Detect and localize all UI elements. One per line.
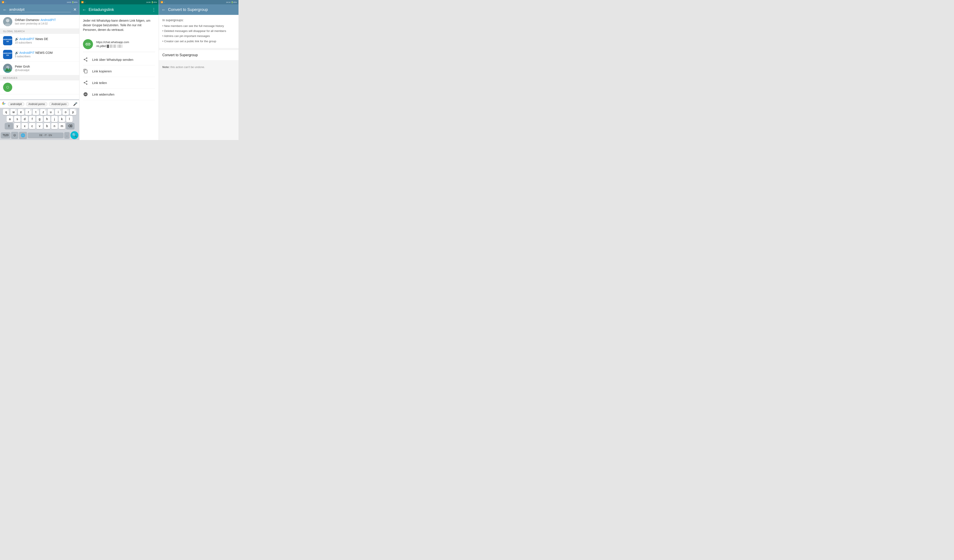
key-t[interactable]: 5t bbox=[33, 109, 39, 115]
contact-name-peter: Peter Groh bbox=[15, 65, 76, 68]
back-button-panel3[interactable]: ← bbox=[162, 7, 166, 12]
status-bar-left-panel1: 📶 ··· bbox=[2, 1, 6, 3]
key-i[interactable]: 8i bbox=[55, 109, 61, 115]
channel-info-com: 🔊 AndroidPIT NEWS COM 5 subscribers bbox=[15, 51, 76, 58]
back-button-panel1[interactable]: ← bbox=[3, 7, 7, 12]
avatar-androidpit-de: ANDROIDPIT DE bbox=[3, 36, 12, 45]
key-s[interactable]: s bbox=[14, 116, 20, 122]
key-period[interactable]: . bbox=[64, 132, 70, 138]
key-l[interactable]: l bbox=[66, 116, 73, 122]
key-k[interactable]: k bbox=[59, 116, 65, 122]
key-g[interactable]: g bbox=[36, 116, 43, 122]
channel-item-androidpit-com[interactable]: ANDROIDPIT EN 🔊 AndroidPIT NEWS COM 5 su… bbox=[0, 48, 79, 61]
action-revoke-link[interactable]: Link widerrufen bbox=[83, 89, 155, 100]
battery-panel2: 🔋65% bbox=[151, 1, 157, 3]
channel-item-androidpit-de[interactable]: ANDROIDPIT DE 🔊 AndroidPIT News DE 10 su… bbox=[0, 34, 79, 48]
key-y[interactable]: y bbox=[14, 123, 20, 129]
supergroup-info-heading: In supergroups: bbox=[162, 19, 235, 22]
status-bar-right-panel2: 14:06 🔋65% bbox=[146, 1, 157, 3]
share-icon bbox=[83, 80, 88, 85]
suggestion-3[interactable]: Android puro bbox=[49, 102, 69, 106]
supergroup-bullet-1: • New members can see the full message h… bbox=[162, 24, 235, 28]
key-p[interactable]: 0p bbox=[70, 109, 76, 115]
key-x[interactable]: x bbox=[22, 123, 28, 129]
avatar-orkhan bbox=[3, 17, 12, 26]
message-item[interactable] bbox=[0, 81, 79, 94]
channel-sub-com: 5 subscribers bbox=[15, 55, 76, 58]
key-n[interactable]: n bbox=[51, 123, 58, 129]
global-search-header: GLOBAL SEARCH bbox=[0, 29, 79, 34]
key-emoji[interactable]: ☺ bbox=[11, 132, 18, 138]
supergroup-title: Convert to Supergroup bbox=[168, 8, 236, 12]
key-e[interactable]: 3e bbox=[18, 109, 24, 115]
convert-action-button[interactable]: Convert to Supergroup bbox=[159, 50, 238, 60]
key-o[interactable]: 9o bbox=[62, 109, 69, 115]
mic-icon[interactable]: 🎤 bbox=[73, 102, 78, 106]
note-text: Note: this action can't be undone. bbox=[162, 65, 235, 69]
key-m[interactable]: m bbox=[59, 123, 65, 129]
key-space[interactable]: DE · IT · EN bbox=[28, 132, 64, 138]
back-button-panel2[interactable]: ← bbox=[82, 7, 86, 12]
suggestion-2[interactable]: Android porno bbox=[26, 102, 47, 106]
search-results: Orkhan Osmanov- AndroidPIT last seen yes… bbox=[0, 15, 79, 99]
contact-info-peter: Peter Groh @Androidpit bbox=[15, 65, 76, 72]
link-url-line1: https://chat.whatsapp.com bbox=[96, 40, 129, 44]
contact-item-orkhan[interactable]: Orkhan Osmanov- AndroidPIT last seen yes… bbox=[0, 15, 79, 29]
status-bar-left-panel2: 📶 ··· bbox=[81, 1, 86, 3]
action-label-copy: Link kopieren bbox=[92, 69, 112, 73]
key-backspace[interactable]: ⌫ bbox=[66, 123, 75, 129]
key-r[interactable]: 4r bbox=[25, 109, 32, 115]
action-share-link[interactable]: Link teilen bbox=[83, 77, 155, 89]
action-label-revoke: Link widerrufen bbox=[92, 93, 114, 96]
battery-panel1: 🔋65% bbox=[72, 1, 78, 3]
channel-name-com: 🔊 AndroidPIT NEWS COM bbox=[15, 51, 76, 54]
link-icon bbox=[83, 39, 93, 49]
key-sym[interactable]: ?123 bbox=[1, 132, 10, 138]
close-button-panel1[interactable]: ✕ bbox=[73, 7, 76, 12]
key-z[interactable]: 6z bbox=[40, 109, 47, 115]
invite-title: Einladungslink bbox=[89, 8, 150, 12]
action-copy-link[interactable]: Link kopieren bbox=[83, 65, 155, 77]
supergroup-header: ← Convert to Supergroup bbox=[159, 5, 238, 15]
contact-name-orkhan: Orkhan Osmanov- AndroidPIT bbox=[15, 18, 76, 22]
keyboard-suggestions: androidpit Android porno Android puro 🎤 bbox=[0, 100, 79, 108]
google-icon bbox=[2, 101, 6, 107]
battery-panel3: 🔋65% bbox=[231, 1, 237, 3]
key-h[interactable]: h bbox=[44, 116, 50, 122]
action-send-whatsapp[interactable]: Link über WhatsApp senden bbox=[83, 54, 155, 65]
supergroup-bullet-2: • Deleted messages will disappear for al… bbox=[162, 29, 235, 33]
search-input[interactable] bbox=[9, 7, 71, 12]
supergroup-content: In supergroups: • New members can see th… bbox=[159, 15, 238, 140]
key-f[interactable]: f bbox=[29, 116, 36, 122]
key-d[interactable]: d bbox=[22, 116, 28, 122]
contact-item-peter[interactable]: Peter Groh @Androidpit bbox=[0, 61, 79, 75]
supergroup-info-section: In supergroups: • New members can see th… bbox=[159, 15, 238, 48]
key-b[interactable]: b bbox=[44, 123, 50, 129]
key-q[interactable]: 1q bbox=[3, 109, 9, 115]
signal-icons-panel2: 📶 ··· bbox=[81, 1, 86, 3]
copy-icon bbox=[83, 68, 88, 74]
more-icon-panel2[interactable]: ⋮ bbox=[152, 7, 156, 12]
key-c[interactable]: c bbox=[29, 123, 36, 129]
keyboard-row-2: a s d f g h j k l bbox=[0, 116, 79, 122]
status-bar-left-panel3: 📶 ··· bbox=[161, 1, 165, 3]
invite-content: Jeder mit WhatsApp kann diesem Link folg… bbox=[80, 15, 159, 140]
status-bar-panel3: 📶 ··· 14:14 🔋65% bbox=[159, 0, 238, 5]
key-shift[interactable]: ⇧ bbox=[5, 123, 13, 129]
key-globe[interactable]: 🌐 bbox=[19, 132, 27, 139]
signal-icons-panel3: 📶 ··· bbox=[161, 1, 165, 3]
key-j[interactable]: j bbox=[51, 116, 58, 122]
panel-telegram-search: 📶 ··· 14:03 🔋65% ← ✕ Orkhan Osmanov- bbox=[0, 0, 80, 140]
key-v[interactable]: v bbox=[36, 123, 43, 129]
key-search[interactable]: 🔍 bbox=[70, 131, 78, 139]
key-a[interactable]: a bbox=[6, 116, 13, 122]
contact-info-orkhan: Orkhan Osmanov- AndroidPIT last seen yes… bbox=[15, 18, 76, 25]
key-w[interactable]: 2w bbox=[10, 109, 17, 115]
svg-point-9 bbox=[5, 85, 10, 90]
keyboard-panel1: androidpit Android porno Android puro 🎤 … bbox=[0, 99, 79, 140]
suggestion-1[interactable]: androidpit bbox=[8, 102, 24, 106]
note-content: this action can't be undone. bbox=[170, 65, 205, 69]
key-u[interactable]: 7u bbox=[47, 109, 54, 115]
keyboard-bottom-row: ?123 ☺ 🌐 DE · IT · EN . 🔍 bbox=[0, 131, 79, 140]
channel-info-de: 🔊 AndroidPIT News DE 10 subscribers bbox=[15, 37, 76, 44]
